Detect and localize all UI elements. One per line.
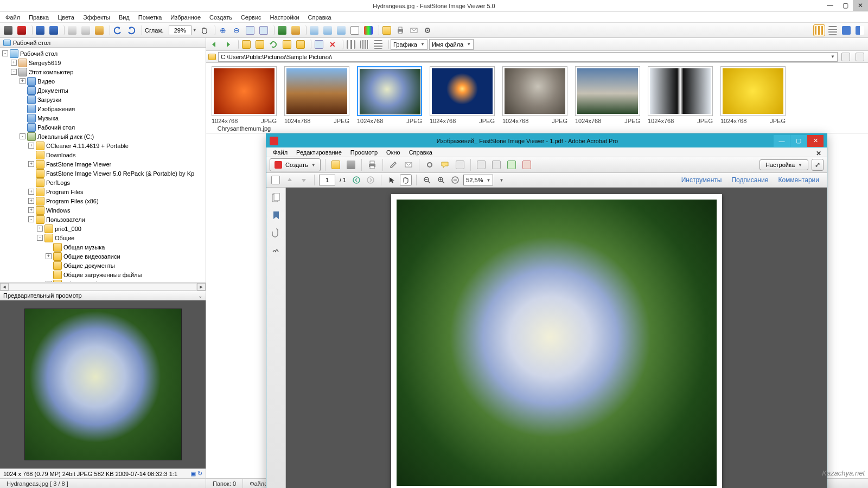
acrobat-maximize-button[interactable]: ▢: [790, 135, 807, 147]
email-icon[interactable]: [408, 24, 420, 36]
acrobat-email-icon[interactable]: [403, 159, 414, 171]
adjust-icon[interactable]: [362, 24, 374, 36]
tree-item[interactable]: FastStone Image Viewer 5.0 RePack (& Por…: [0, 169, 206, 178]
acrobat-select-icon[interactable]: [386, 174, 398, 186]
tree-item[interactable]: +Program Files (x86): [0, 196, 206, 206]
acrobat-menu-help[interactable]: Справка: [406, 148, 436, 157]
fav2-icon[interactable]: [295, 38, 307, 50]
folder-tree[interactable]: -Рабочий стол+Sergey5619-Этот компьютер+…: [0, 48, 206, 282]
compare-icon[interactable]: [290, 24, 302, 36]
new-folder-icon[interactable]: [254, 38, 266, 50]
tree-item[interactable]: +FastStone Image Viewer: [0, 159, 206, 169]
expand-toggle-icon[interactable]: -: [11, 69, 17, 75]
scroll-right-icon[interactable]: ►: [197, 283, 206, 291]
acrobat-comment-icon[interactable]: [439, 159, 451, 171]
tree-item[interactable]: +prio1_000: [0, 224, 206, 233]
filter-combo[interactable]: Графика▼: [391, 39, 427, 50]
acrobat-save-icon[interactable]: [345, 159, 357, 171]
back-icon[interactable]: [208, 38, 220, 50]
zoom-in-icon[interactable]: ⊕: [217, 24, 229, 36]
acrobat-edit-icon[interactable]: [387, 159, 399, 171]
menu-tools[interactable]: Сервис: [238, 13, 265, 22]
tree-item[interactable]: Изображения: [0, 104, 206, 113]
tree-item[interactable]: +CCleaner 4.11.4619 + Portable: [0, 141, 206, 150]
tree-item[interactable]: Downloads: [0, 150, 206, 159]
scroll-left-icon[interactable]: ◄: [0, 283, 9, 291]
download-icon[interactable]: [16, 24, 28, 36]
copy-icon[interactable]: [66, 24, 78, 36]
acrobat-hand-icon[interactable]: [400, 174, 412, 186]
select-all-icon[interactable]: [313, 38, 325, 50]
path-dropdown-icon[interactable]: ▼: [831, 54, 835, 59]
fit-preview-icon[interactable]: ▣: [190, 470, 196, 477]
zoom-out-icon[interactable]: ⊖: [231, 24, 242, 36]
slideshow-icon[interactable]: [276, 24, 288, 36]
acrobat-up-icon[interactable]: [284, 174, 296, 186]
open-folder-icon[interactable]: [381, 24, 393, 36]
tree-item[interactable]: PerfLogs: [0, 178, 206, 187]
acrobat-more-icon[interactable]: ▼: [495, 174, 507, 186]
thumbnail[interactable]: 1024x768JPEGChrysanthemum.jpg: [212, 66, 277, 132]
expand-toggle-icon[interactable]: +: [46, 253, 52, 259]
acrobat-signatures-icon[interactable]: [271, 245, 281, 255]
acrobat-pages-icon[interactable]: [270, 174, 282, 186]
zoom-input[interactable]: [169, 25, 192, 35]
menu-create[interactable]: Создать: [206, 13, 235, 22]
acrobat-bookmarks-icon[interactable]: [271, 210, 281, 220]
thumbnail[interactable]: 1024x768JPEG: [284, 66, 349, 124]
acquire-icon[interactable]: [2, 24, 14, 36]
menu-colors[interactable]: Цвета: [54, 13, 78, 22]
expand-toggle-icon[interactable]: -: [20, 133, 25, 139]
tree-item[interactable]: Загрузки: [0, 95, 206, 104]
expand-toggle-icon[interactable]: -: [46, 281, 52, 282]
scroll-track[interactable]: [9, 283, 197, 291]
canvas-icon[interactable]: [322, 24, 334, 36]
tree-item[interactable]: +Общие видеозаписи: [0, 252, 206, 261]
view-small-icon[interactable]: [359, 38, 371, 50]
delete-icon[interactable]: ✕: [327, 38, 339, 50]
tree-item[interactable]: -Пользователи: [0, 215, 206, 224]
acrobat-customize-button[interactable]: Настройка ▼: [760, 159, 808, 170]
acrobat-menu-view[interactable]: Просмотр: [347, 148, 381, 157]
acrobat-protect-icon[interactable]: [506, 159, 518, 171]
acrobat-zoom-combo[interactable]: 52,5%▼: [463, 175, 493, 185]
menu-view[interactable]: Вид: [116, 13, 133, 22]
tree-item[interactable]: +Program Files: [0, 187, 206, 196]
acrobat-open-icon[interactable]: [330, 159, 342, 171]
zoom-dropdown-icon[interactable]: ▼: [193, 28, 197, 33]
acrobat-print-icon[interactable]: [366, 159, 378, 171]
menu-edit[interactable]: Правка: [25, 13, 52, 22]
menu-favorites[interactable]: Избранное: [167, 13, 204, 22]
acrobat-prev-view-icon[interactable]: [350, 174, 362, 186]
acrobat-fullscreen-icon[interactable]: ⤢: [812, 159, 824, 171]
rotate-preview-icon[interactable]: ↻: [197, 470, 202, 477]
fav1-icon[interactable]: [281, 38, 293, 50]
expand-toggle-icon[interactable]: +: [28, 161, 34, 167]
acrobat-menu-window[interactable]: Окно: [383, 148, 404, 157]
acrobat-down-icon[interactable]: [298, 174, 310, 186]
thumbnail[interactable]: 1024x768JPEG: [357, 66, 422, 124]
acrobat-zoom-in-icon[interactable]: [435, 174, 447, 186]
sort-combo[interactable]: Имя файла▼: [429, 39, 474, 50]
expand-toggle-icon[interactable]: +: [37, 226, 43, 232]
tree-item[interactable]: Музыка: [0, 113, 206, 123]
hand-icon[interactable]: [199, 24, 210, 36]
thumbnail[interactable]: 1024x768JPEG: [648, 66, 713, 124]
expand-toggle-icon[interactable]: +: [11, 60, 17, 66]
acrobat-stamp-icon[interactable]: [475, 159, 487, 171]
tree-item[interactable]: Рабочий стол: [0, 123, 206, 132]
acrobat-menu-edit[interactable]: Редактирование: [293, 148, 345, 157]
acrobat-panel-tools[interactable]: Инструменты: [681, 176, 722, 184]
undo-icon[interactable]: [112, 24, 124, 36]
acrobat-attachments-icon[interactable]: [271, 228, 281, 237]
tree-item[interactable]: -Общие изображения: [0, 279, 206, 282]
acrobat-page-area[interactable]: [286, 188, 827, 488]
expand-toggle-icon[interactable]: +: [28, 198, 34, 204]
path-input[interactable]: C:\Users\Public\Pictures\Sample Pictures…: [218, 52, 838, 62]
paste-icon[interactable]: [93, 24, 105, 36]
actual-size-icon[interactable]: [244, 24, 256, 36]
acrobat-panel-sign[interactable]: Подписание: [731, 176, 768, 184]
expand-toggle-icon[interactable]: +: [20, 78, 25, 84]
crop-icon[interactable]: [335, 24, 347, 36]
thumbnail[interactable]: 1024x768JPEG: [502, 66, 567, 124]
